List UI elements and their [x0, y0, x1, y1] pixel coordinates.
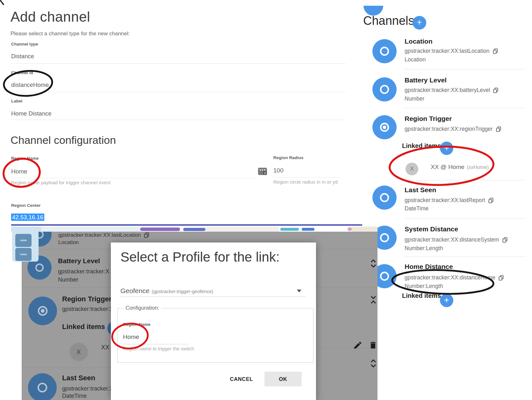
row-divider	[405, 108, 526, 108]
channels-heading: Channels	[363, 14, 414, 28]
channel-type-label: Channel type	[11, 42, 38, 46]
page-subtitle: Please select a channel type for the new…	[11, 31, 130, 37]
dialog-region-name-underline	[123, 344, 189, 344]
region-radius-helper: Region circle radius in m or yd	[273, 179, 338, 185]
channel-id-row: gpstracker:tracker:XX:distanceSystem	[405, 236, 507, 243]
backdrop-channel-id-row: gpstracker:tracker:XX:lastLocation	[58, 232, 149, 238]
channel-avatar-battery	[372, 77, 397, 102]
channel-title: Region Trigger	[405, 115, 452, 123]
map-scribble-teal	[280, 228, 299, 231]
map-sliver	[11, 227, 377, 232]
map-zoom-out-button[interactable]	[15, 248, 32, 261]
ok-button[interactable]: OK	[264, 372, 302, 386]
row-divider	[405, 69, 526, 69]
region-center-focus-underline	[11, 224, 362, 226]
backdrop-channel-type: DateTime	[62, 393, 87, 399]
region-name-helper: Region name payload for trigger channel …	[11, 180, 111, 185]
region-name-underline	[11, 178, 255, 178]
dialog-title: Select a Profile for the link:	[120, 249, 280, 265]
keypad-badge: 3	[263, 171, 267, 175]
circle-icon	[379, 232, 390, 243]
channel-type: Number:Length	[405, 245, 443, 252]
label-field[interactable]: Home Distance	[11, 110, 51, 117]
copy-icon[interactable]	[493, 88, 498, 93]
copy-icon[interactable]	[488, 198, 493, 203]
profile-dialog: Select a Profile for the link: Geofence(…	[111, 242, 316, 400]
input-keypad-icon[interactable]: 3	[258, 168, 267, 175]
channel-type-field[interactable]: Distance	[11, 53, 34, 60]
backdrop-channel-id: gpstracker:tracker:X	[62, 385, 113, 392]
channel-type-underline	[11, 63, 346, 64]
map-zoom-in-button[interactable]	[15, 234, 32, 247]
backdrop-channel-type: Number	[58, 277, 78, 283]
linked-item-label: XX @ Home	[431, 164, 464, 170]
channel-id-row: gpstracker:tracker:XX:batteryLevel	[405, 87, 498, 94]
label-field-label: Label	[11, 99, 22, 103]
copy-icon[interactable]	[493, 48, 498, 54]
region-center-input[interactable]: 42.53,16.16	[11, 214, 44, 221]
region-radius-label: Region Radius	[273, 155, 304, 160]
backdrop-channel-id: gpstracker:tracker:X	[62, 306, 113, 312]
unfold-more-icon	[369, 359, 377, 368]
backdrop-divider-left	[22, 368, 111, 368]
copy-icon[interactable]	[499, 275, 504, 281]
cancel-button[interactable]: CANCEL	[224, 372, 259, 386]
backdrop-linked-items-header: Linked items	[62, 323, 105, 331]
channel-type: DateTime	[405, 205, 428, 212]
dialog-region-name-helper: Region name to trigger the switch	[123, 346, 194, 351]
backdrop-channel-title: Region Trigger	[62, 295, 111, 303]
channel-avatar-last-seen	[372, 186, 397, 210]
linked-items-header: Linked items	[402, 142, 441, 150]
backdrop-channel-id: gpstracker:tracker:X	[58, 268, 109, 275]
circle-icon	[379, 192, 390, 203]
dialog-region-name-label: Region Name	[123, 322, 150, 327]
channel-id-row: gpstracker:tracker:XX:distanceHome	[405, 274, 504, 281]
region-radius-input[interactable]: 100	[273, 167, 284, 174]
linked-items-add-button[interactable]: +	[440, 142, 453, 155]
circle-icon	[379, 270, 390, 282]
channel-id-row: gpstracker:tracker:XX:lastReport	[405, 197, 493, 204]
profile-select[interactable]: Geofence(gpstracker:trigger-geofence)	[120, 287, 213, 295]
copy-icon[interactable]	[496, 126, 501, 132]
channel-title: Location	[405, 38, 433, 45]
linked-items-add-button[interactable]: +	[440, 294, 453, 307]
linked-item-avatar: X	[406, 163, 418, 175]
channel-title: Last Seen	[405, 186, 436, 194]
section-title: Channel configuration	[11, 134, 116, 146]
radio-checked-icon	[379, 122, 390, 133]
channel-type: Location	[405, 56, 426, 63]
configuration-legend: Configuration:	[124, 305, 161, 311]
channel-title: Battery Level	[405, 76, 447, 84]
profile-select-value: Geofence	[120, 287, 149, 294]
circle-icon	[34, 262, 45, 273]
backdrop-channel-title: Battery Level	[58, 257, 100, 265]
channel-type: Number	[405, 95, 424, 102]
region-name-input[interactable]: Home	[11, 168, 27, 175]
dialog-region-name-input[interactable]: Home	[123, 333, 139, 340]
copy-icon	[144, 232, 149, 238]
channel-id-field[interactable]: distanceHome	[11, 81, 49, 88]
configuration-fieldset: Configuration: Region Name Home Region n…	[117, 305, 313, 363]
channel-avatar-location	[372, 39, 397, 63]
corner-artifact	[0, 0, 4, 4]
channel-type: Number:Length	[405, 283, 443, 290]
map-scribble-purple	[140, 228, 180, 231]
linked-item-row[interactable]: XX @ Home(xxHome)	[431, 164, 489, 171]
channel-id-label: Channel id	[11, 70, 33, 75]
page-title: Add channel	[11, 9, 90, 25]
channel-id-row: gpstracker:tracker:XX:regionTrigger	[405, 126, 501, 132]
region-radius-underline	[273, 177, 340, 178]
circle-icon	[36, 381, 49, 394]
map-scribble-pink	[348, 227, 352, 231]
unfold-more-icon	[369, 259, 377, 268]
channel-id-row: gpstracker:tracker:XX:lastLocation	[405, 48, 498, 54]
map-zoom-control	[12, 230, 39, 262]
screenshot-root: Add channel Please select a channel type…	[0, 0, 532, 400]
copy-icon[interactable]	[502, 237, 507, 243]
chevron-down-icon[interactable]	[297, 290, 301, 292]
channels-add-button[interactable]: +	[413, 16, 426, 30]
row-divider	[405, 180, 526, 180]
channel-title: Home Distance	[405, 263, 453, 270]
black-ellipse-distance-home	[392, 268, 494, 295]
label-underline	[11, 120, 346, 120]
